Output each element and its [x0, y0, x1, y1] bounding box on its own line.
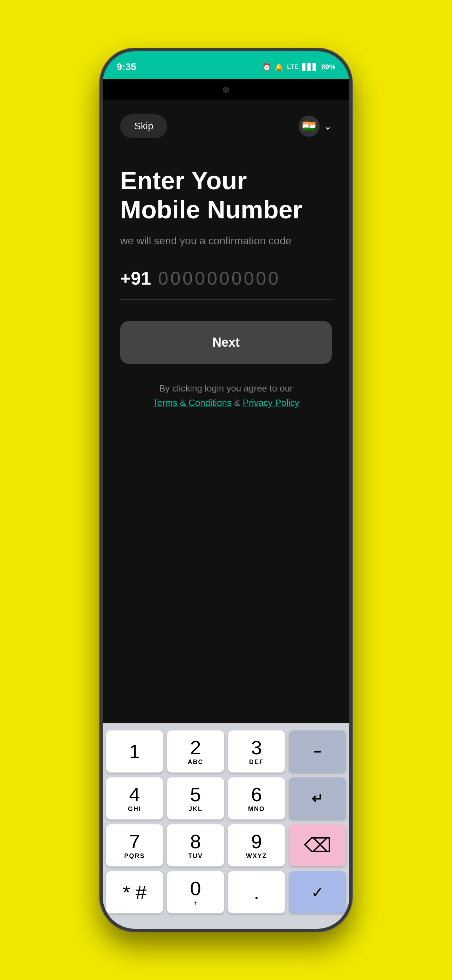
key-✓[interactable]: ✓ — [289, 871, 346, 913]
subtitle-text: we will send you a confirmation code — [120, 235, 332, 247]
status-time: 9:35 — [117, 61, 136, 73]
phone-frame: 9:35 ⏰ 🔔 LTE ▋▋▋ 89% Skip 🇮🇳 ⌄ — [100, 48, 352, 932]
key-main-label: 0 — [190, 879, 201, 898]
heading-section: Enter Your Mobile Number we will send yo… — [103, 145, 349, 254]
key-main-label: ⌫ — [304, 835, 331, 855]
side-button-right-2 — [352, 185, 352, 247]
top-nav: Skip 🇮🇳 ⌄ — [103, 100, 349, 145]
keyboard-row-3: * #0+.✓ — [106, 871, 346, 913]
lte-icon: LTE — [287, 64, 299, 71]
key-main-label: . — [254, 883, 259, 902]
status-icons: ⏰ 🔔 LTE ▋▋▋ 89% — [263, 63, 335, 71]
skip-button[interactable]: Skip — [120, 114, 167, 138]
country-selector[interactable]: 🇮🇳 ⌄ — [299, 116, 332, 137]
key-sub-label: DEF — [249, 759, 264, 765]
key-.[interactable]: . — [228, 871, 285, 913]
key-sub-label: GHI — [128, 806, 141, 812]
key-1[interactable]: 1 — [106, 730, 163, 773]
key-6[interactable]: 6MNO — [228, 777, 285, 819]
side-button-right-1 — [352, 128, 352, 170]
key-main-label: − — [313, 745, 321, 759]
key-7[interactable]: 7PQRS — [106, 824, 163, 866]
key-9[interactable]: 9WXYZ — [228, 824, 285, 866]
notch — [184, 81, 268, 98]
key-sub-label: + — [193, 900, 198, 906]
privacy-policy-link[interactable]: Privacy Policy — [243, 398, 299, 408]
key-5[interactable]: 5JKL — [167, 777, 224, 819]
notch-area — [103, 79, 349, 100]
key-sub-label: MNO — [248, 806, 265, 812]
terms-text: By clicking login you agree to our Terms… — [120, 381, 332, 410]
phone-number-display[interactable]: 0000000000 — [158, 268, 280, 289]
battery-level: 89% — [321, 63, 335, 71]
key-main-label: ✓ — [311, 885, 324, 900]
phone-input-row[interactable]: +91 0000000000 — [120, 254, 332, 300]
main-heading: Enter Your Mobile Number — [120, 166, 332, 224]
key-4[interactable]: 4GHI — [106, 777, 163, 819]
signal-icon: ▋▋▋ — [302, 63, 318, 71]
terms-section: By clicking login you agree to our Terms… — [103, 371, 349, 421]
key-main-label: ↵ — [312, 791, 323, 805]
keyboard: 12ABC3DEF−4GHI5JKL6MNO↵7PQRS8TUV9WXYZ⌫* … — [103, 723, 349, 929]
key-main-label: 7 — [129, 832, 140, 851]
notification-icon: 🔔 — [275, 63, 283, 71]
key-main-label: 2 — [190, 738, 201, 757]
key-main-label: 4 — [129, 785, 140, 804]
key-main-label: 3 — [251, 738, 262, 757]
key-* #[interactable]: * # — [106, 871, 163, 913]
key-main-label: * # — [123, 883, 147, 902]
key-2[interactable]: 2ABC — [167, 730, 224, 773]
keyboard-row-1: 4GHI5JKL6MNO↵ — [106, 777, 346, 819]
chevron-down-icon: ⌄ — [324, 121, 332, 132]
next-button-container: Next — [103, 300, 349, 371]
side-button-left — [100, 156, 100, 185]
key-−[interactable]: − — [289, 730, 346, 773]
key-main-label: 5 — [190, 785, 201, 804]
key-main-label: 6 — [251, 785, 262, 804]
status-bar: 9:35 ⏰ 🔔 LTE ▋▋▋ 89% — [103, 51, 349, 79]
key-sub-label: PQRS — [124, 853, 145, 859]
key-8[interactable]: 8TUV — [167, 824, 224, 866]
key-↵[interactable]: ↵ — [289, 777, 346, 819]
key-main-label: 8 — [190, 832, 201, 851]
key-⌫[interactable]: ⌫ — [289, 824, 346, 866]
key-sub-label: TUV — [188, 853, 203, 859]
camera-dot — [223, 87, 229, 93]
key-main-label: 1 — [129, 742, 140, 761]
next-button[interactable]: Next — [120, 321, 332, 364]
key-sub-label: WXYZ — [246, 853, 267, 859]
alarm-icon: ⏰ — [263, 63, 271, 71]
flag-icon: 🇮🇳 — [299, 116, 320, 137]
key-sub-label: JKL — [188, 806, 202, 812]
key-3[interactable]: 3DEF — [228, 730, 285, 773]
key-main-label: 9 — [251, 832, 262, 851]
keyboard-row-2: 7PQRS8TUV9WXYZ⌫ — [106, 824, 346, 866]
app-content: Skip 🇮🇳 ⌄ Enter Your Mobile Number we wi… — [103, 100, 349, 929]
keyboard-row-0: 12ABC3DEF− — [106, 730, 346, 773]
key-0[interactable]: 0+ — [167, 871, 224, 913]
country-code: +91 — [120, 268, 151, 289]
terms-link[interactable]: Terms & Conditions — [153, 398, 231, 408]
key-sub-label: ABC — [188, 759, 204, 765]
